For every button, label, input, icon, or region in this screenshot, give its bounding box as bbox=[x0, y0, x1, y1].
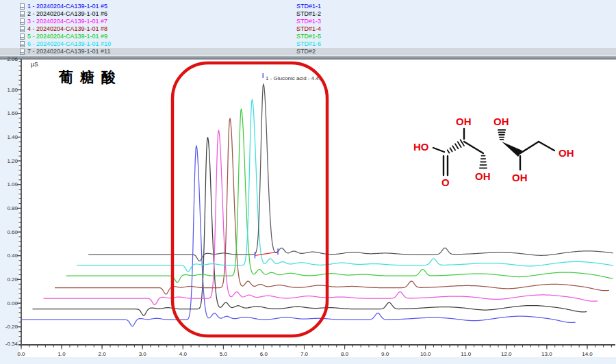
y-max-label: 2.06 bbox=[7, 56, 18, 62]
end-ho-label: HO bbox=[413, 141, 429, 153]
c2-oh-label: OH bbox=[456, 116, 472, 127]
hashed-wedge-bond bbox=[458, 142, 461, 147]
x-tick-label: 14.0 bbox=[582, 351, 593, 357]
y-tick-label: 0.20 bbox=[7, 276, 18, 283]
y-tick-label: 1.40 bbox=[7, 134, 18, 140]
x-tick-label: 9.0 bbox=[381, 351, 389, 357]
bond bbox=[464, 142, 483, 153]
integration-baseline bbox=[255, 252, 278, 255]
chromatography-workspace: 1 - 20240204-CA139-1-01 #5STD#1-12 - 202… bbox=[0, 0, 616, 364]
x-tick-label: 4.0 bbox=[179, 351, 188, 357]
y-tick-label: 1.80 bbox=[7, 87, 18, 93]
y-axis-unit: µS bbox=[31, 61, 38, 68]
y-tick-label: 1.20 bbox=[7, 158, 18, 164]
hashed-wedge-bond bbox=[461, 140, 464, 146]
x-tick-label: 1.0 bbox=[58, 351, 66, 357]
x-tick-label: 6.0 bbox=[260, 351, 268, 357]
solid-wedge-bond bbox=[502, 142, 522, 157]
x-tick-label: 2.0 bbox=[99, 351, 107, 357]
molecule-structure: HOOOHOHOHOHOH bbox=[408, 108, 613, 197]
x-tick-label: 11.0 bbox=[461, 351, 472, 357]
y-tick-label: 1.60 bbox=[7, 110, 18, 116]
carbonyl-o-label: O bbox=[441, 177, 450, 188]
hashed-wedge-bond bbox=[448, 150, 450, 153]
x-tick-label: 12.0 bbox=[501, 351, 512, 357]
bond bbox=[520, 142, 539, 153]
c4-oh-label: OH bbox=[493, 116, 509, 127]
x-tick-label: 0.0 bbox=[17, 351, 25, 357]
bond bbox=[539, 142, 554, 151]
x-tick-label: 5.0 bbox=[220, 351, 228, 357]
x-tick-label: 3.0 bbox=[139, 351, 147, 357]
y-tick-label: 0.60 bbox=[7, 229, 18, 235]
peak-label: 1 - Gluconic acid - 4.41 bbox=[266, 75, 322, 81]
y-tick-label: -0.20 bbox=[5, 324, 18, 330]
x-tick-label: 10.0 bbox=[420, 351, 431, 357]
c6-oh-label: OH bbox=[559, 147, 574, 159]
y-tick-label: 0.80 bbox=[7, 205, 18, 211]
c3-oh-label: OH bbox=[475, 170, 491, 182]
c5-oh-label: OH bbox=[512, 172, 528, 183]
hashed-wedge-bond bbox=[452, 146, 455, 150]
plot-title: 葡糖酸 bbox=[59, 68, 123, 87]
y-tick-label: 0.40 bbox=[7, 252, 18, 259]
hashed-wedge-bond bbox=[450, 148, 452, 151]
bond bbox=[433, 148, 444, 152]
x-tick-label: 7.0 bbox=[300, 351, 309, 357]
x-tick-label: 13.0 bbox=[541, 351, 552, 357]
x-tick-label: 8.0 bbox=[341, 351, 349, 357]
y-tick-label: 0.00 bbox=[7, 300, 18, 307]
y-min-label: -0.34 bbox=[5, 341, 18, 347]
hashed-wedge-bond bbox=[455, 144, 458, 148]
y-tick-label: 1.00 bbox=[7, 181, 18, 187]
